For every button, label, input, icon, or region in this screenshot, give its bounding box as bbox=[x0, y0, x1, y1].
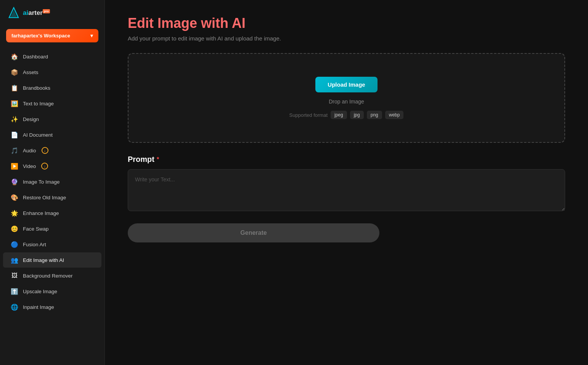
dashboard-icon: 🏠 bbox=[11, 53, 18, 60]
brandbooks-label: Brandbooks bbox=[23, 85, 50, 91]
required-star: * bbox=[157, 156, 159, 163]
enhance-image-label: Enhance Image bbox=[23, 210, 59, 216]
sidebar-item-inpaint-image[interactable]: 🌐Inpaint Image bbox=[3, 299, 101, 315]
logo-area: aiarterpro bbox=[0, 0, 104, 26]
upscale-image-label: Upscale Image bbox=[23, 289, 57, 294]
background-remover-label: Background Remover bbox=[23, 273, 73, 279]
sidebar-item-audio[interactable]: 🎵Audio↓ bbox=[3, 143, 101, 158]
sidebar-item-restore-old-image[interactable]: 🎨Restore Old Image bbox=[3, 190, 101, 205]
fusion-art-label: Fusion Art bbox=[23, 242, 46, 247]
assets-label: Assets bbox=[23, 69, 39, 75]
ai-document-label: AI Document bbox=[23, 132, 53, 138]
audio-label: Audio bbox=[23, 148, 36, 153]
fusion-art-icon: 🔵 bbox=[11, 241, 18, 248]
restore-old-image-label: Restore Old Image bbox=[23, 195, 66, 200]
sidebar-item-video[interactable]: ▶️Video↓ bbox=[3, 158, 101, 174]
workspace-button[interactable]: farhapartex's Workspace ▾ bbox=[6, 29, 98, 42]
prompt-input[interactable] bbox=[128, 169, 565, 211]
page-title: Edit Image with AI bbox=[128, 15, 565, 31]
format-badge-jpg: jpg bbox=[350, 111, 364, 119]
sidebar-item-edit-image-with-ai[interactable]: 👥Edit Image with AI bbox=[3, 252, 101, 268]
inpaint-image-icon: 🌐 bbox=[11, 303, 18, 311]
logo-icon bbox=[8, 7, 20, 19]
sidebar-item-brandbooks[interactable]: 📋Brandbooks bbox=[3, 80, 101, 95]
generate-button[interactable]: Generate bbox=[128, 223, 379, 242]
face-swap-icon: 😊 bbox=[11, 225, 18, 233]
prompt-section: Prompt * bbox=[128, 155, 565, 213]
background-remover-icon: 🖼 bbox=[11, 272, 18, 279]
upload-image-button[interactable]: Upload Image bbox=[315, 77, 377, 92]
page-subtitle: Add your prompt to edit image with AI an… bbox=[128, 35, 565, 42]
drop-text: Drop an Image bbox=[329, 99, 364, 105]
sidebar-item-image-to-image[interactable]: 🔮Image To Image bbox=[3, 174, 101, 189]
video-icon: ▶️ bbox=[11, 162, 18, 170]
format-row: Supported format jpegjpgpngwebp bbox=[289, 111, 404, 119]
upload-area: Upload Image Drop an Image Supported for… bbox=[128, 53, 565, 143]
image-to-image-icon: 🔮 bbox=[11, 178, 18, 186]
sidebar-item-assets[interactable]: 📦Assets bbox=[3, 65, 101, 80]
sidebar-item-fusion-art[interactable]: 🔵Fusion Art bbox=[3, 237, 101, 252]
inpaint-image-label: Inpaint Image bbox=[23, 304, 54, 310]
upscale-image-icon: ⬆️ bbox=[11, 287, 18, 295]
text-to-image-icon: 🖼️ bbox=[11, 100, 18, 107]
sidebar-item-text-to-image[interactable]: 🖼️Text to Image bbox=[3, 96, 101, 111]
brandbooks-icon: 📋 bbox=[11, 84, 18, 92]
sidebar: aiarterpro farhapartex's Workspace ▾ 🏠Da… bbox=[0, 0, 105, 365]
dashboard-label: Dashboard bbox=[23, 54, 48, 60]
enhance-image-icon: 🌟 bbox=[11, 209, 18, 217]
assets-icon: 📦 bbox=[11, 68, 18, 76]
format-badge-jpeg: jpeg bbox=[331, 111, 347, 119]
workspace-chevron: ▾ bbox=[90, 33, 93, 39]
logo-text: aiarterpro bbox=[23, 9, 50, 17]
restore-old-image-icon: 🎨 bbox=[11, 194, 18, 201]
video-badge: ↓ bbox=[41, 163, 48, 170]
format-badge-webp: webp bbox=[385, 111, 404, 119]
workspace-label: farhapartex's Workspace bbox=[11, 33, 70, 39]
text-to-image-label: Text to Image bbox=[23, 101, 54, 107]
format-label: Supported format bbox=[289, 112, 328, 118]
sidebar-item-enhance-image[interactable]: 🌟Enhance Image bbox=[3, 205, 101, 221]
image-to-image-label: Image To Image bbox=[23, 179, 60, 185]
main-content: Edit Image with AI Add your prompt to ed… bbox=[105, 0, 588, 365]
prompt-label: Prompt * bbox=[128, 155, 565, 164]
format-badge-png: png bbox=[367, 111, 382, 119]
sidebar-item-design[interactable]: ✨Design bbox=[3, 111, 101, 127]
face-swap-label: Face Swap bbox=[23, 226, 49, 232]
design-label: Design bbox=[23, 116, 39, 122]
sidebar-item-dashboard[interactable]: 🏠Dashboard bbox=[3, 49, 101, 64]
sidebar-item-background-remover[interactable]: 🖼Background Remover bbox=[3, 268, 101, 283]
sidebar-item-upscale-image[interactable]: ⬆️Upscale Image bbox=[3, 284, 101, 299]
edit-image-with-ai-label: Edit Image with AI bbox=[23, 257, 64, 263]
video-label: Video bbox=[23, 163, 36, 169]
edit-image-with-ai-icon: 👥 bbox=[11, 256, 18, 264]
sidebar-nav: 🏠Dashboard📦Assets📋Brandbooks🖼️Text to Im… bbox=[0, 48, 104, 315]
ai-document-icon: 📄 bbox=[11, 131, 18, 139]
design-icon: ✨ bbox=[11, 115, 18, 123]
sidebar-item-face-swap[interactable]: 😊Face Swap bbox=[3, 221, 101, 236]
audio-badge: ↓ bbox=[42, 147, 48, 154]
sidebar-item-ai-document[interactable]: 📄AI Document bbox=[3, 127, 101, 142]
audio-icon: 🎵 bbox=[11, 147, 18, 154]
